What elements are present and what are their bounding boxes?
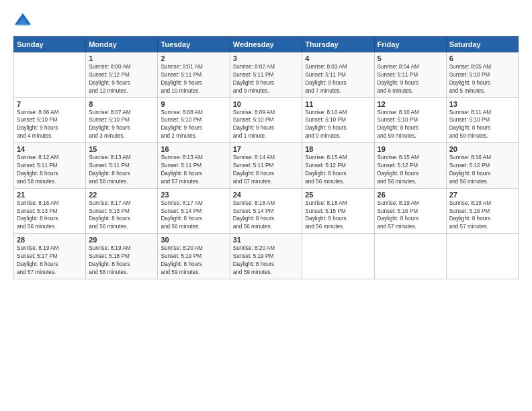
calendar-cell: 1Sunrise: 8:00 AM Sunset: 5:12 PM Daylig…: [86, 52, 158, 98]
logo: [13, 12, 35, 31]
day-info: Sunrise: 8:07 AM Sunset: 5:10 PM Dayligh…: [89, 109, 154, 141]
day-info: Sunrise: 8:10 AM Sunset: 5:10 PM Dayligh…: [378, 109, 443, 141]
day-number: 2: [161, 54, 226, 62]
logo-icon: [13, 12, 32, 31]
day-number: 18: [305, 145, 371, 153]
calendar-cell: 12Sunrise: 8:10 AM Sunset: 5:10 PM Dayli…: [374, 97, 446, 143]
day-number: 17: [233, 145, 299, 153]
day-number: 5: [378, 54, 443, 62]
day-info: Sunrise: 8:13 AM Sunset: 5:11 PM Dayligh…: [161, 154, 226, 186]
calendar-table: SundayMondayTuesdayWednesdayThursdayFrid…: [13, 36, 519, 279]
day-number: 30: [161, 236, 226, 244]
day-number: 29: [89, 236, 154, 244]
day-info: Sunrise: 8:10 AM Sunset: 5:10 PM Dayligh…: [305, 109, 371, 141]
day-info: Sunrise: 8:06 AM Sunset: 5:10 PM Dayligh…: [17, 109, 83, 141]
day-info: Sunrise: 8:15 AM Sunset: 5:12 PM Dayligh…: [378, 154, 443, 186]
calendar-cell: 13Sunrise: 8:11 AM Sunset: 5:10 PM Dayli…: [446, 97, 518, 143]
day-info: Sunrise: 8:15 AM Sunset: 5:12 PM Dayligh…: [305, 154, 371, 186]
weekday-saturday: Saturday: [446, 37, 518, 52]
day-info: Sunrise: 8:16 AM Sunset: 5:13 PM Dayligh…: [17, 199, 83, 232]
day-number: 22: [89, 191, 154, 199]
day-info: Sunrise: 8:02 AM Sunset: 5:11 PM Dayligh…: [233, 63, 299, 95]
calendar-cell: 28Sunrise: 8:19 AM Sunset: 5:17 PM Dayli…: [14, 234, 86, 279]
calendar-cell: 11Sunrise: 8:10 AM Sunset: 5:10 PM Dayli…: [302, 97, 374, 143]
page: SundayMondayTuesdayWednesdayThursdayFrid…: [0, 0, 532, 411]
day-number: 19: [378, 145, 443, 153]
day-number: 24: [233, 191, 299, 199]
calendar-cell: 21Sunrise: 8:16 AM Sunset: 5:13 PM Dayli…: [14, 188, 86, 234]
calendar-cell: 29Sunrise: 8:19 AM Sunset: 5:18 PM Dayli…: [86, 234, 158, 279]
day-info: Sunrise: 8:18 AM Sunset: 5:15 PM Dayligh…: [305, 199, 371, 232]
header: [13, 12, 519, 31]
day-info: Sunrise: 8:13 AM Sunset: 5:11 PM Dayligh…: [89, 154, 154, 186]
calendar-cell: 9Sunrise: 8:08 AM Sunset: 5:10 PM Daylig…: [158, 97, 230, 143]
calendar-cell: 7Sunrise: 8:06 AM Sunset: 5:10 PM Daylig…: [14, 97, 86, 143]
calendar-cell: [14, 52, 86, 98]
calendar-cell: 15Sunrise: 8:13 AM Sunset: 5:11 PM Dayli…: [86, 143, 158, 189]
day-number: 7: [17, 100, 83, 108]
day-info: Sunrise: 8:03 AM Sunset: 5:11 PM Dayligh…: [305, 63, 371, 95]
day-number: 26: [378, 191, 443, 199]
day-info: Sunrise: 8:19 AM Sunset: 5:16 PM Dayligh…: [378, 199, 443, 232]
day-number: 23: [161, 191, 226, 199]
calendar-cell: 18Sunrise: 8:15 AM Sunset: 5:12 PM Dayli…: [302, 143, 374, 189]
day-info: Sunrise: 8:20 AM Sunset: 5:19 PM Dayligh…: [233, 244, 299, 277]
calendar-cell: 24Sunrise: 8:18 AM Sunset: 5:14 PM Dayli…: [230, 188, 302, 234]
day-info: Sunrise: 8:08 AM Sunset: 5:10 PM Dayligh…: [161, 109, 226, 141]
day-info: Sunrise: 8:01 AM Sunset: 5:11 PM Dayligh…: [161, 63, 226, 95]
day-number: 21: [17, 191, 83, 199]
day-info: Sunrise: 8:11 AM Sunset: 5:10 PM Dayligh…: [449, 109, 515, 141]
day-info: Sunrise: 8:17 AM Sunset: 5:13 PM Dayligh…: [89, 199, 154, 232]
weekday-friday: Friday: [374, 37, 446, 52]
calendar-cell: 22Sunrise: 8:17 AM Sunset: 5:13 PM Dayli…: [86, 188, 158, 234]
day-info: Sunrise: 8:16 AM Sunset: 5:12 PM Dayligh…: [449, 154, 515, 186]
calendar-cell: 2Sunrise: 8:01 AM Sunset: 5:11 PM Daylig…: [158, 52, 230, 98]
day-number: 27: [449, 191, 515, 199]
day-number: 15: [89, 145, 154, 153]
weekday-monday: Monday: [86, 37, 158, 52]
day-info: Sunrise: 8:00 AM Sunset: 5:12 PM Dayligh…: [89, 63, 154, 95]
calendar-cell: 26Sunrise: 8:19 AM Sunset: 5:16 PM Dayli…: [374, 188, 446, 234]
day-number: 25: [305, 191, 371, 199]
calendar-cell: 17Sunrise: 8:14 AM Sunset: 5:11 PM Dayli…: [230, 143, 302, 189]
calendar-week-2: 14Sunrise: 8:12 AM Sunset: 5:11 PM Dayli…: [14, 143, 519, 189]
weekday-wednesday: Wednesday: [230, 37, 302, 52]
day-number: 8: [89, 100, 154, 108]
day-info: Sunrise: 8:17 AM Sunset: 5:14 PM Dayligh…: [161, 199, 226, 232]
calendar-week-0: 1Sunrise: 8:00 AM Sunset: 5:12 PM Daylig…: [14, 52, 519, 98]
weekday-header-row: SundayMondayTuesdayWednesdayThursdayFrid…: [14, 37, 519, 52]
day-info: Sunrise: 8:04 AM Sunset: 5:11 PM Dayligh…: [378, 63, 443, 95]
day-info: Sunrise: 8:19 AM Sunset: 5:16 PM Dayligh…: [449, 199, 515, 232]
weekday-sunday: Sunday: [14, 37, 86, 52]
calendar-cell: 5Sunrise: 8:04 AM Sunset: 5:11 PM Daylig…: [374, 52, 446, 98]
calendar-cell: [446, 234, 518, 279]
day-number: 13: [449, 100, 515, 108]
weekday-thursday: Thursday: [302, 37, 374, 52]
day-number: 31: [233, 236, 299, 244]
day-number: 6: [449, 54, 515, 62]
day-number: 14: [17, 145, 83, 153]
calendar-cell: [302, 234, 374, 279]
day-info: Sunrise: 8:05 AM Sunset: 5:10 PM Dayligh…: [449, 63, 515, 95]
day-info: Sunrise: 8:12 AM Sunset: 5:11 PM Dayligh…: [17, 154, 83, 186]
calendar-cell: 20Sunrise: 8:16 AM Sunset: 5:12 PM Dayli…: [446, 143, 518, 189]
day-number: 12: [378, 100, 443, 108]
day-number: 9: [161, 100, 226, 108]
day-number: 1: [89, 54, 154, 62]
day-number: 10: [233, 100, 299, 108]
calendar-cell: 19Sunrise: 8:15 AM Sunset: 5:12 PM Dayli…: [374, 143, 446, 189]
day-info: Sunrise: 8:19 AM Sunset: 5:18 PM Dayligh…: [89, 244, 154, 277]
calendar-cell: 31Sunrise: 8:20 AM Sunset: 5:19 PM Dayli…: [230, 234, 302, 279]
calendar-week-4: 28Sunrise: 8:19 AM Sunset: 5:17 PM Dayli…: [14, 234, 519, 279]
calendar-cell: 8Sunrise: 8:07 AM Sunset: 5:10 PM Daylig…: [86, 97, 158, 143]
calendar-cell: 27Sunrise: 8:19 AM Sunset: 5:16 PM Dayli…: [446, 188, 518, 234]
calendar-cell: 4Sunrise: 8:03 AM Sunset: 5:11 PM Daylig…: [302, 52, 374, 98]
calendar-cell: [374, 234, 446, 279]
calendar-cell: 10Sunrise: 8:09 AM Sunset: 5:10 PM Dayli…: [230, 97, 302, 143]
calendar-week-3: 21Sunrise: 8:16 AM Sunset: 5:13 PM Dayli…: [14, 188, 519, 234]
calendar-cell: 16Sunrise: 8:13 AM Sunset: 5:11 PM Dayli…: [158, 143, 230, 189]
weekday-tuesday: Tuesday: [158, 37, 230, 52]
day-info: Sunrise: 8:14 AM Sunset: 5:11 PM Dayligh…: [233, 154, 299, 186]
day-number: 16: [161, 145, 226, 153]
calendar-cell: 23Sunrise: 8:17 AM Sunset: 5:14 PM Dayli…: [158, 188, 230, 234]
